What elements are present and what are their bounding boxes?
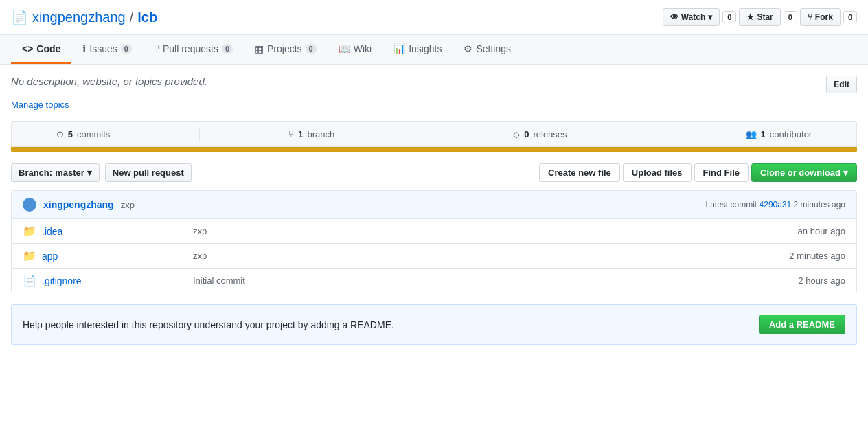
tab-wiki[interactable]: 📖 Wiki [328,35,382,64]
stat-divider-1 [199,127,200,141]
tab-pull-requests[interactable]: ⑂ Pull requests 0 [143,35,244,64]
fork-button[interactable]: ⑂ Fork [800,8,841,26]
file-icon: 📄 [23,274,42,287]
releases-count: 0 [524,129,529,139]
branch-select-label: Branch: [19,168,52,178]
repo-name-link[interactable]: lcb [137,10,157,25]
wiki-icon: 📖 [339,43,350,54]
branch-label: branch [308,129,335,139]
commits-stat[interactable]: ⊙ 5 commits [56,129,111,139]
upload-files-button[interactable]: Upload files [623,163,692,182]
code-icon: <> [22,43,33,54]
branch-bar: Branch: master ▾ New pull request Create… [11,163,857,182]
description-text: No description, website, or topics provi… [11,76,207,87]
watch-count: 0 [722,11,736,23]
releases-stat[interactable]: ◇ 0 releases [513,129,567,139]
tab-projects[interactable]: ▦ Projects 0 [244,35,328,64]
stat-divider-3 [656,127,656,141]
tab-settings[interactable]: ⚙ Settings [453,35,522,64]
new-pull-request-button[interactable]: New pull request [105,163,192,182]
commit-meta: Latest commit 4290a31 2 minutes ago [706,200,846,209]
repo-title: 📄 xingpengzhang / lcb [11,9,157,25]
repo-icon: 📄 [11,9,28,25]
language-bar [11,147,857,152]
stats-bar: ⊙ 5 commits ⑂ 1 branch ◇ 0 releases 👥 1 … [11,121,857,147]
star-icon: ★ [746,12,754,22]
commits-label: commits [77,129,110,139]
branch-count: 1 [298,129,303,139]
tag-icon: ◇ [513,129,520,139]
file-time: 2 hours ago [763,275,845,286]
page-header: 📄 xingpengzhang / lcb 👁 Watch ▾ 0 ★ Star… [0,0,868,35]
eye-icon: 👁 [670,12,678,22]
file-time: an hour ago [763,226,845,236]
commit-hash-link[interactable]: 4290a31 [760,200,792,209]
add-readme-button[interactable]: Add a README [759,315,845,334]
star-button[interactable]: ★ Star [739,8,780,26]
branches-stat[interactable]: ⑂ 1 branch [288,129,334,139]
tab-code[interactable]: <> Code [11,35,71,64]
header-actions: 👁 Watch ▾ 0 ★ Star 0 ⑂ Fork 0 [663,8,857,26]
settings-icon: ⚙ [464,43,472,54]
chevron-down-icon: ▾ [843,168,848,178]
projects-badge: 0 [306,44,317,54]
commit-header-row: xingpengzhang zxp Latest commit 4290a31 … [12,191,856,219]
avatar [23,198,36,212]
edit-description-button[interactable]: Edit [826,76,857,93]
manage-topics-link[interactable]: Manage topics [11,100,69,110]
repo-description-area: No description, website, or topics provi… [11,76,857,93]
branch-name: master [55,168,84,178]
folder-icon: 📁 [23,249,42,262]
file-commit-message: zxp [193,251,763,261]
star-count: 0 [784,11,797,23]
folder-icon: 📁 [23,225,42,238]
find-file-button[interactable]: Find File [694,163,749,182]
file-name-link[interactable]: .idea [42,226,193,237]
contributors-icon: 👥 [746,129,757,139]
tab-issues[interactable]: ℹ Issues 0 [71,35,143,64]
chevron-down-icon: ▾ [87,168,92,178]
branch-right: Create new file Upload files Find File C… [539,163,857,182]
clone-or-download-button[interactable]: Clone or download ▾ [751,163,857,182]
commit-time: 2 minutes ago [794,200,845,209]
table-row: 📄 .gitignore Initial commit 2 hours ago [12,269,856,293]
repo-separator: / [130,10,134,25]
stat-divider-2 [424,127,424,141]
pr-badge: 0 [222,44,233,54]
branch-left: Branch: master ▾ New pull request [11,163,192,182]
issues-badge: 0 [121,44,132,54]
create-new-file-button[interactable]: Create new file [539,163,620,182]
commits-icon: ⊙ [56,129,64,139]
file-commit-message: zxp [193,226,763,236]
main-content: No description, website, or topics provi… [0,65,868,356]
projects-icon: ▦ [255,43,264,54]
fork-count: 0 [843,11,857,23]
file-table: xingpengzhang zxp Latest commit 4290a31 … [11,190,857,293]
commit-author[interactable]: xingpengzhang [43,199,114,210]
table-row: 📁 .idea zxp an hour ago [12,219,856,244]
fork-icon: ⑂ [808,12,812,22]
contributor-count: 1 [761,129,766,139]
insights-icon: 📊 [393,43,405,54]
commit-message: zxp [121,200,135,210]
branch-selector[interactable]: Branch: master ▾ [11,163,100,182]
tab-nav: <> Code ℹ Issues 0 ⑂ Pull requests 0 ▦ P… [0,35,868,65]
chevron-down-icon: ▾ [708,12,712,22]
releases-label: releases [533,129,567,139]
branch-icon: ⑂ [288,129,294,139]
commits-count: 5 [68,129,73,139]
issues-icon: ℹ [82,43,86,54]
file-name-link[interactable]: .gitignore [42,275,193,286]
readme-banner-text: Help people interested in this repositor… [23,319,394,330]
pr-icon: ⑂ [154,43,159,54]
file-commit-message: Initial commit [193,275,763,286]
file-name-link[interactable]: app [42,251,193,262]
watch-button[interactable]: 👁 Watch ▾ [663,8,720,26]
latest-commit-label: Latest commit [706,200,757,209]
repo-owner-link[interactable]: xingpengzhang [32,10,126,25]
contributor-label: contributor [770,129,812,139]
table-row: 📁 app zxp 2 minutes ago [12,244,856,269]
tab-insights[interactable]: 📊 Insights [382,35,453,64]
file-time: 2 minutes ago [763,251,845,261]
contributors-stat[interactable]: 👥 1 contributor [746,129,812,139]
